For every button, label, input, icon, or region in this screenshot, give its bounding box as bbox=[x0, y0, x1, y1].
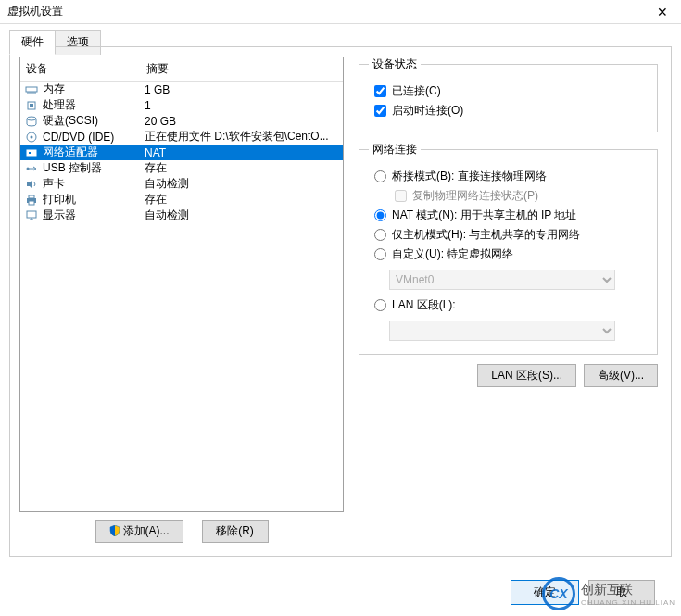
device-status-legend: 设备状态 bbox=[369, 57, 421, 72]
lan-segments-button[interactable]: LAN 区段(S)... bbox=[477, 364, 576, 387]
connected-label: 已连接(C) bbox=[392, 83, 441, 99]
device-name: 处理器 bbox=[43, 97, 145, 113]
lan-radio[interactable] bbox=[374, 299, 386, 311]
main-panel: 设备 摘要 内存1 GB处理器1硬盘(SCSI)20 GBCD/DVD (IDE… bbox=[9, 46, 672, 557]
header-device: 设备 bbox=[26, 61, 146, 77]
right-buttons: LAN 区段(S)... 高级(V)... bbox=[359, 364, 658, 387]
left-panel: 设备 摘要 内存1 GB处理器1硬盘(SCSI)20 GBCD/DVD (IDE… bbox=[10, 47, 353, 556]
device-name: USB 控制器 bbox=[43, 160, 145, 176]
device-row-network[interactable]: 网络适配器NAT bbox=[20, 145, 343, 160]
header-summary: 摘要 bbox=[146, 61, 337, 77]
right-panel: 设备状态 已连接(C) 启动时连接(O) 网络连接 桥接模式(B): 直接连接物… bbox=[353, 47, 671, 556]
tab-hardware[interactable]: 硬件 bbox=[9, 30, 56, 55]
usb-icon bbox=[24, 162, 39, 175]
remove-button[interactable]: 移除(R) bbox=[202, 520, 269, 543]
add-button[interactable]: 添加(A)... bbox=[95, 520, 183, 543]
device-name: 显示器 bbox=[43, 207, 145, 223]
device-summary: 正在使用文件 D:\软件安装包\CentO... bbox=[145, 129, 339, 145]
cpu-icon bbox=[24, 99, 39, 112]
device-name: 打印机 bbox=[43, 192, 145, 207]
shield-icon bbox=[109, 525, 120, 536]
bridged-radio-row[interactable]: 桥接模式(B): 直接连接物理网络 bbox=[374, 169, 648, 184]
svg-point-8 bbox=[27, 117, 36, 120]
device-summary: 自动检测 bbox=[145, 176, 339, 192]
connect-poweron-checkbox[interactable] bbox=[374, 105, 386, 117]
lan-label: LAN 区段(L): bbox=[392, 297, 456, 313]
device-row-sound[interactable]: 声卡自动检测 bbox=[20, 176, 343, 192]
sound-icon bbox=[24, 178, 39, 191]
connected-checkbox[interactable] bbox=[374, 85, 386, 97]
add-button-label: 添加(A)... bbox=[123, 524, 170, 537]
device-name: 声卡 bbox=[43, 176, 145, 192]
device-summary: 存在 bbox=[145, 192, 339, 207]
bridged-label: 桥接模式(B): 直接连接物理网络 bbox=[392, 169, 547, 184]
watermark: CX 创新互联 CHUANG XIN HU LIAN bbox=[542, 577, 675, 610]
titlebar: 虚拟机设置 ✕ bbox=[0, 0, 681, 24]
memory-icon bbox=[24, 83, 39, 96]
custom-radio[interactable] bbox=[374, 248, 386, 260]
printer-icon bbox=[24, 194, 39, 207]
device-summary: 20 GB bbox=[145, 115, 339, 128]
window-title: 虚拟机设置 bbox=[7, 4, 63, 19]
custom-label: 自定义(U): 特定虚拟网络 bbox=[392, 246, 513, 262]
device-list: 设备 摘要 内存1 GB处理器1硬盘(SCSI)20 GBCD/DVD (IDE… bbox=[19, 57, 344, 512]
svg-rect-17 bbox=[29, 201, 34, 205]
connect-poweron-label: 启动时连接(O) bbox=[392, 103, 463, 119]
display-icon bbox=[24, 209, 39, 222]
device-name: CD/DVD (IDE) bbox=[43, 131, 145, 144]
nat-radio-row[interactable]: NAT 模式(N): 用于共享主机的 IP 地址 bbox=[374, 207, 648, 223]
svg-rect-12 bbox=[29, 152, 31, 154]
nat-label: NAT 模式(N): 用于共享主机的 IP 地址 bbox=[392, 207, 576, 223]
device-row-display[interactable]: 显示器自动检测 bbox=[20, 207, 343, 223]
device-row-disk[interactable]: 硬盘(SCSI)20 GB bbox=[20, 113, 343, 129]
device-name: 内存 bbox=[43, 82, 145, 97]
watermark-text: 创新互联 bbox=[581, 582, 633, 597]
device-summary: 存在 bbox=[145, 160, 339, 176]
nat-radio[interactable] bbox=[374, 209, 386, 221]
device-summary: 自动检测 bbox=[145, 207, 339, 223]
device-row-cpu[interactable]: 处理器1 bbox=[20, 97, 343, 113]
device-row-cd[interactable]: CD/DVD (IDE)正在使用文件 D:\软件安装包\CentO... bbox=[20, 129, 343, 145]
lan-radio-row[interactable]: LAN 区段(L): bbox=[374, 297, 648, 313]
device-summary: 1 GB bbox=[145, 83, 339, 96]
replicate-label: 复制物理网络连接状态(P) bbox=[412, 188, 538, 204]
cd-icon bbox=[24, 131, 39, 144]
close-button[interactable]: ✕ bbox=[651, 3, 674, 21]
svg-rect-7 bbox=[30, 104, 33, 107]
network-connection-group: 网络连接 桥接模式(B): 直接连接物理网络 复制物理网络连接状态(P) NAT… bbox=[359, 142, 658, 355]
svg-rect-11 bbox=[27, 150, 36, 156]
lan-select bbox=[389, 321, 615, 341]
replicate-checkbox-row: 复制物理网络连接状态(P) bbox=[395, 188, 648, 204]
svg-rect-15 bbox=[29, 195, 34, 198]
device-summary: NAT bbox=[145, 146, 339, 159]
device-list-header: 设备 摘要 bbox=[20, 57, 343, 82]
svg-point-10 bbox=[31, 135, 33, 138]
device-row-printer[interactable]: 打印机存在 bbox=[20, 192, 343, 207]
device-name: 硬盘(SCSI) bbox=[43, 113, 145, 129]
replicate-checkbox bbox=[395, 190, 407, 202]
connected-checkbox-row[interactable]: 已连接(C) bbox=[374, 83, 648, 99]
svg-rect-18 bbox=[27, 211, 36, 218]
svg-rect-0 bbox=[26, 87, 37, 92]
hostonly-label: 仅主机模式(H): 与主机共享的专用网络 bbox=[392, 227, 580, 243]
disk-icon bbox=[24, 115, 39, 128]
watermark-logo-icon: CX bbox=[542, 577, 575, 610]
custom-radio-row[interactable]: 自定义(U): 特定虚拟网络 bbox=[374, 246, 648, 262]
custom-select: VMnet0 bbox=[389, 270, 615, 290]
device-name: 网络适配器 bbox=[43, 145, 145, 160]
hostonly-radio-row[interactable]: 仅主机模式(H): 与主机共享的专用网络 bbox=[374, 227, 648, 243]
device-summary: 1 bbox=[145, 99, 339, 112]
connect-poweron-checkbox-row[interactable]: 启动时连接(O) bbox=[374, 103, 648, 119]
bridged-radio[interactable] bbox=[374, 170, 386, 182]
device-row-memory[interactable]: 内存1 GB bbox=[20, 82, 343, 97]
network-connection-legend: 网络连接 bbox=[369, 142, 421, 157]
network-icon bbox=[24, 146, 39, 159]
left-buttons: 添加(A)... 移除(R) bbox=[19, 520, 344, 547]
hostonly-radio[interactable] bbox=[374, 229, 386, 241]
device-row-usb[interactable]: USB 控制器存在 bbox=[20, 160, 343, 176]
advanced-button[interactable]: 高级(V)... bbox=[584, 364, 658, 387]
device-status-group: 设备状态 已连接(C) 启动时连接(O) bbox=[359, 57, 658, 132]
watermark-subtext: CHUANG XIN HU LIAN bbox=[581, 598, 675, 607]
